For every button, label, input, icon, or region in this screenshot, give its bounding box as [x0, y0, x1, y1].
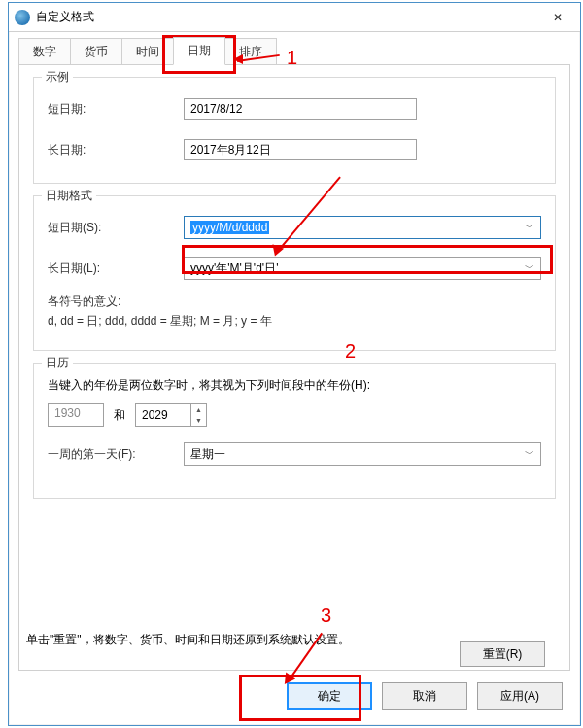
dialog-footer: 单击"重置"，将数字、货币、时间和日期还原到系统默认设置。 重置(R) 确定 取… [9, 620, 580, 725]
group-date-format-title: 日期格式 [42, 188, 96, 204]
tab-date[interactable]: 日期 [173, 37, 225, 65]
close-button[interactable]: ✕ [535, 3, 580, 32]
input-year-from: 1930 [48, 403, 104, 427]
combo-long-date-value: yyyy'年'M'月'd'日' [190, 260, 278, 277]
cancel-button[interactable]: 取消 [382, 682, 467, 710]
chevron-up-icon[interactable]: ▲ [191, 404, 206, 415]
tab-number[interactable]: 数字 [18, 38, 71, 65]
chevron-down-icon[interactable]: ▼ [191, 415, 206, 426]
tab-strip: 数字 货币 时间 日期 排序 [9, 38, 580, 65]
ok-button[interactable]: 确定 [287, 682, 372, 710]
close-icon: ✕ [553, 11, 563, 24]
chevron-down-icon: ﹀ [525, 221, 534, 234]
spinner-buttons[interactable]: ▲ ▼ [190, 404, 206, 426]
combo-first-day[interactable]: 星期一 ﹀ [184, 442, 541, 466]
combo-first-day-value: 星期一 [190, 446, 225, 463]
combo-long-date-format[interactable]: yyyy'年'M'月'd'日' ﹀ [184, 257, 541, 280]
group-calendar-title: 日历 [42, 355, 73, 371]
input-year-to[interactable]: 2029 ▲ ▼ [135, 403, 207, 427]
tab-time[interactable]: 时间 [121, 38, 174, 65]
group-example: 示例 短日期: 2017/8/12 长日期: 2017年8月12日 [33, 77, 556, 184]
combo-short-date-value: yyyy/M/d/dddd [190, 221, 269, 234]
tab-sort[interactable]: 排序 [224, 38, 277, 65]
apply-button[interactable]: 应用(A) [477, 682, 563, 710]
window-title: 自定义格式 [36, 9, 535, 25]
group-calendar: 日历 当键入的年份是两位数字时，将其视为下列时间段中的年份(H): 1930 和… [33, 363, 556, 499]
titlebar: 自定义格式 ✕ [9, 3, 580, 32]
label-long-date-format: 长日期(L): [48, 260, 184, 277]
label-and: 和 [114, 407, 125, 424]
value-short-date-example: 2017/8/12 [184, 98, 417, 120]
label-first-day: 一周的第一天(F): [48, 446, 184, 463]
label-short-date-format: 短日期(S): [48, 220, 184, 236]
label-short-date-example: 短日期: [48, 101, 184, 118]
label-year-range: 当键入的年份是两位数字时，将其视为下列时间段中的年份(H): [48, 377, 541, 394]
symbols-legend: 各符号的意义: d, dd = 日; ddd, dddd = 星期; M = 月… [48, 292, 541, 331]
chevron-down-icon: ﹀ [525, 447, 534, 461]
group-date-format: 日期格式 短日期(S): yyyy/M/d/dddd ﹀ 长日期(L): yyy… [33, 195, 556, 351]
label-long-date-example: 长日期: [48, 142, 184, 158]
app-icon [15, 10, 30, 25]
value-long-date-example: 2017年8月12日 [184, 139, 417, 160]
group-example-title: 示例 [42, 69, 73, 86]
chevron-down-icon: ﹀ [525, 261, 534, 275]
reset-button[interactable]: 重置(R) [460, 641, 545, 667]
combo-short-date-format[interactable]: yyyy/M/d/dddd ﹀ [184, 216, 541, 239]
tab-currency[interactable]: 货币 [70, 38, 122, 65]
dialog-window: 自定义格式 ✕ 数字 货币 时间 日期 排序 示例 短日期: 2017/8/12… [8, 2, 581, 726]
tab-panel-date: 示例 短日期: 2017/8/12 长日期: 2017年8月12日 日期格式 短… [18, 64, 570, 671]
